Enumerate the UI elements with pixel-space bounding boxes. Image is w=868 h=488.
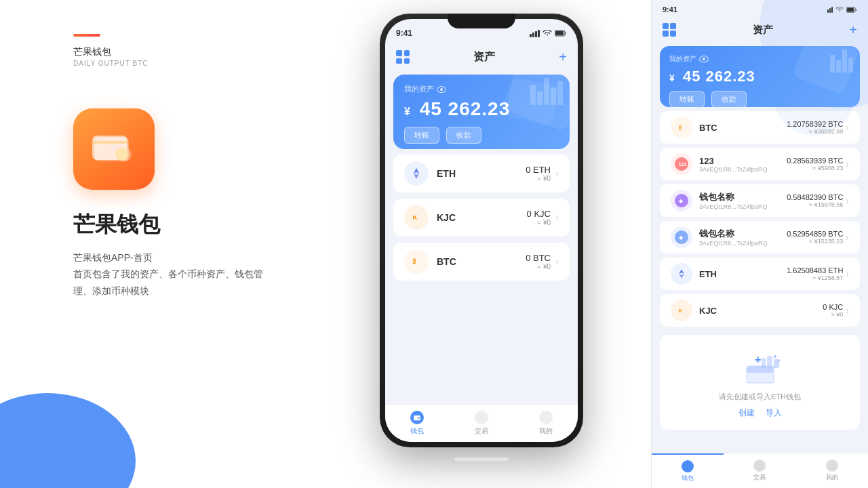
rp-123-balance: 0.28563939 BTC ≈ ¥5908.23 <box>787 157 843 171</box>
visibility-icon[interactable] <box>437 86 446 93</box>
grid-icon[interactable] <box>396 50 410 64</box>
rp-tab-transaction[interactable]: 交易 <box>724 453 795 488</box>
rp-tabbar: 钱包 交易 我的 <box>652 453 868 488</box>
rp-eth-icon <box>671 263 692 285</box>
rp-tab-mine[interactable]: 我的 <box>796 453 868 488</box>
mine-tab-icon <box>539 411 553 424</box>
wifi-icon <box>542 30 552 37</box>
eth-import-link[interactable]: 导入 <box>766 407 782 419</box>
wallet-tab-icon <box>410 411 424 424</box>
app-icon <box>73 108 155 190</box>
rp-asset-label: 我的资产 <box>669 54 850 64</box>
kjc-icon: K <box>404 205 429 230</box>
tab-transaction[interactable]: 交易 <box>450 405 514 442</box>
rp-coin-list: ₿ BTC 1.20758392 BTC ≈ ¥36592.89 › 123 1… <box>652 111 868 331</box>
rp-status-icons <box>827 7 857 13</box>
rp-mine-tab-icon <box>826 460 838 472</box>
eth-import-illustration: + <box>671 346 849 386</box>
rp-btc-info: BTC <box>699 123 787 133</box>
rp-coin-eth[interactable]: ETH 1.62508483 ETH ≈ ¥1258.87 › <box>660 258 860 290</box>
svg-rect-7 <box>555 31 564 35</box>
signal-icon <box>530 30 540 37</box>
rp-kjc-balance: 0 KJC ≈ ¥0 <box>823 303 843 318</box>
tab-wallet[interactable]: 钱包 <box>385 405 450 442</box>
brand-sub: DAILY OUTPUT BTC <box>73 60 148 67</box>
eth-balance: 0 ETH ≈ ¥0 <box>526 165 551 182</box>
kjc-arrow: › <box>556 213 559 222</box>
rp-transaction-tab-label: 交易 <box>753 473 766 482</box>
transfer-button[interactable]: 转账 <box>404 127 439 144</box>
rp-transaction-tab-icon <box>753 460 766 472</box>
eth-import-links: 创建 导入 <box>671 407 849 419</box>
btc-icon: ₿ <box>404 249 429 274</box>
app-title: 芒果钱包 <box>73 210 160 240</box>
mine-tab-label: 我的 <box>539 426 553 436</box>
rp-wallet2-icon: ◆ <box>671 226 692 248</box>
coin-item-eth[interactable]: ETH 0 ETH ≈ ¥0 › <box>393 155 570 193</box>
btc-info: BTC <box>437 256 526 267</box>
rp-status-bar: 9:41 <box>652 0 868 16</box>
rp-battery-icon <box>846 7 857 13</box>
rp-btc-icon: ₿ <box>671 117 692 138</box>
phone-screen: 9:41 <box>385 19 578 442</box>
asset-buttons: 转账 收款 <box>404 127 559 144</box>
receive-button[interactable]: 收款 <box>446 127 481 144</box>
phone-header: 资产 + <box>385 43 578 70</box>
rp-grid-icon[interactable] <box>663 23 676 37</box>
rp-receive-button[interactable]: 收款 <box>711 91 747 107</box>
left-panel: 芒果钱包 DAILY OUTPUT BTC 芒果钱包 芒果钱包APP-首页 首页… <box>0 0 380 488</box>
phone-coin-list: ETH 0 ETH ≈ ¥0 › K KJC <box>385 155 578 404</box>
svg-point-39 <box>778 360 780 362</box>
battery-icon <box>555 30 567 37</box>
rp-kjc-icon: K <box>671 300 692 321</box>
rp-header: 资产 + <box>652 16 868 43</box>
add-wallet-button[interactable]: + <box>559 49 567 65</box>
rp-coin-wallet1[interactable]: ◆ 钱包名称 3AvEQt1R8...TsZ4fpaRQ 0.58482390 … <box>660 184 860 217</box>
rp-tab-wallet[interactable]: 钱包 <box>652 453 724 488</box>
rp-wallet1-icon: ◆ <box>671 190 692 211</box>
rp-wallet1-balance: 0.58482390 BTC ≈ ¥15978.56 <box>787 193 843 208</box>
coin-item-btc[interactable]: ₿ BTC 0 BTC ≈ ¥0 › <box>393 243 570 281</box>
import-box-icon: + <box>733 346 787 386</box>
svg-point-19 <box>675 121 688 134</box>
rp-kjc-arrow: › <box>846 305 849 316</box>
eth-arrow: › <box>556 169 559 178</box>
rp-buildings-decoration <box>830 49 853 73</box>
eth-import-box: + 请先创建或导入ETH钱包 创建 导入 <box>660 335 860 430</box>
rp-kjc-info: KJC <box>699 306 823 316</box>
rp-123-arrow: › <box>846 159 849 169</box>
rp-add-button[interactable]: + <box>849 22 857 38</box>
coin-item-kjc[interactable]: K KJC 0 KJC ≈ ¥0 › <box>393 199 570 237</box>
phone-tabbar: 钱包 交易 我的 <box>385 404 578 442</box>
svg-rect-36 <box>762 358 766 368</box>
tab-mine[interactable]: 我的 <box>513 405 578 442</box>
kjc-balance: 0 KJC ≈ ¥0 <box>527 209 551 226</box>
buildings-decoration <box>530 78 563 105</box>
rp-eth-info: ETH <box>699 269 787 279</box>
blob-decoration <box>0 393 136 488</box>
svg-rect-3 <box>92 141 127 144</box>
asset-amount: ¥ 45 262.23 <box>404 98 559 120</box>
svg-rect-16 <box>418 417 420 418</box>
rp-coin-kjc[interactable]: K KJC 0 KJC ≈ ¥0 › <box>660 294 860 327</box>
transaction-tab-icon <box>475 411 488 424</box>
wallet-tab-label: 钱包 <box>410 426 424 436</box>
eth-create-link[interactable]: 创建 <box>738 407 755 419</box>
asset-label: 我的资产 <box>404 84 559 94</box>
btc-arrow: › <box>556 257 559 266</box>
rp-coin-wallet2[interactable]: ◆ 钱包名称 3AvEQt1R8...TsZ4fpaRQ 0.52954859 … <box>660 221 860 253</box>
svg-point-5 <box>115 148 129 161</box>
svg-point-38 <box>774 355 776 358</box>
kjc-info: KJC <box>437 212 527 223</box>
rp-asset-card: 我的资产 ¥ 45 262.23 转账 收款 <box>660 46 860 107</box>
rp-visibility-icon[interactable] <box>699 56 709 62</box>
eth-info: ETH <box>437 168 526 179</box>
rp-wallet2-balance: 0.52954859 BTC ≈ ¥15235.23 <box>787 230 843 245</box>
svg-text:◆: ◆ <box>679 235 684 241</box>
rp-coin-123[interactable]: 123 123 3AvEQt1R8...TsZ4fpaRQ 0.28563939… <box>660 148 860 180</box>
rp-transfer-button[interactable]: 转账 <box>669 91 705 107</box>
svg-text:◆: ◆ <box>679 198 684 204</box>
rp-wallet2-arrow: › <box>846 232 849 243</box>
accent-bar <box>73 34 100 37</box>
phone-status-icons <box>530 30 567 37</box>
